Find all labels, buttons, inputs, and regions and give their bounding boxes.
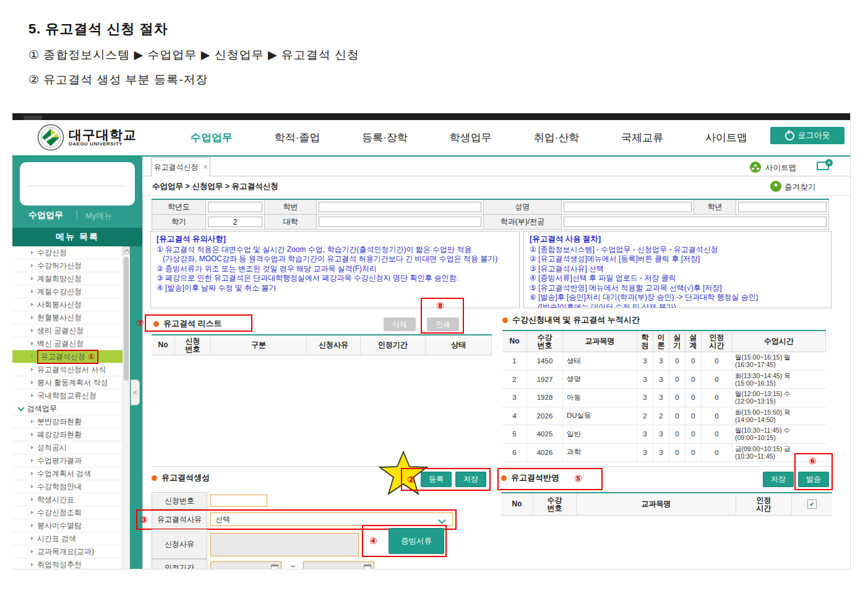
sidebar-menu-item[interactable]: 시간표 검색 [12,532,130,545]
save-apply-button[interactable]: 저장 [763,472,794,487]
calendar-icon[interactable] [364,564,371,569]
reason-type-value: 선택 [215,514,230,525]
send-button[interactable]: 발송 [798,472,829,487]
reason-textarea[interactable] [210,533,359,556]
sidebar-menu-item-label: 교과목개요(교과) [37,547,94,557]
sidebar-menu-item[interactable]: 수강신청 [12,246,130,259]
tab-label: 유고결석신청 [153,162,198,173]
top-nav-item[interactable]: 국제교류 [621,131,663,145]
sidebar-menu-item[interactable]: 생리 공결신청 [12,324,130,337]
sidebar-collapse-handle[interactable]: < [131,379,140,405]
sidebar-menu-item[interactable]: 교과목개요(교과) [12,545,130,558]
sidebar-menu-item[interactable]: 성적공시 [12,441,130,454]
delete-button[interactable]: 삭제 [384,318,416,331]
sidebar-menu-item[interactable]: 수강신청조회 [12,506,130,519]
sidebar-menu-item[interactable]: 분반강좌현황 [12,415,130,428]
column-header: 교과목명 [563,331,637,352]
chevron-icon [31,459,33,462]
apply-no-input[interactable] [210,495,267,507]
sidebar-menu-item[interactable]: 폐강강좌현황 [12,428,130,441]
notice-line: ② 증빙서류가 위조 또는 변조된 것일 경우 해당 교과목 실격(F)처리 [157,264,513,274]
tab-close-icon[interactable]: × [203,163,207,171]
period-start-input[interactable] [210,561,281,569]
column-header: 구분 [211,335,307,355]
sidebar-menu-item[interactable]: 국내학점교류신청 [12,389,130,402]
annotation-number-8: ⑧ [436,300,444,311]
sidebar-menu-item[interactable]: 수업평가결과 [12,454,130,467]
select-all-checkbox[interactable]: ✔ [807,499,817,509]
favorite-link[interactable]: 즐겨찾기 [784,182,815,192]
sidebar-menu-item[interactable]: 계절수강신청 [12,285,130,298]
evidence-button[interactable]: 증빙서류 [389,528,444,554]
cell-credit: 3 [637,425,653,443]
annotation-number-3: ③ [140,514,148,525]
annotation-number-6: ⑥ [809,456,817,467]
sidebar-menu-item[interactable]: 유고결석신청 ① [12,350,130,363]
section-bullet-icon [153,321,159,327]
sidebar-menu-item[interactable]: 취업적성추천 [12,558,130,569]
cell-practice: 0 [669,407,685,425]
sidebar-menu-item[interactable]: 봉사이수열람 [12,519,130,532]
apply-table-header: No 수강 번호 교과목명 인정 시간 ✔ [501,492,832,516]
sidebar-menu-item[interactable]: 계절희망신청 [12,272,130,285]
student-id-label: 학번 [265,200,317,215]
cell-course-name: 일반 [563,425,637,443]
top-nav-item[interactable]: 학적·졸업 [275,131,320,145]
period-end-input[interactable] [303,561,374,569]
sidebar-menu-item[interactable]: 봉사 활동계획서 작성 [12,376,130,389]
sidebar-menu-list: 수강신청 수강허가신청 계절희망신청 [12,246,130,569]
sidebar-menu-item[interactable]: 검색업무 [12,402,130,415]
cell-no: 1 [502,352,527,370]
sidebar-menu-item[interactable]: 사회봉사신청 [12,298,130,311]
sitemap-link[interactable]: 사이트맵 [765,163,796,173]
sidebar-menu-item[interactable]: 헌혈봉사신청 [12,311,130,324]
sidebar-tab-classwork[interactable]: 수업업무 [28,210,63,221]
sidebar-menu-item[interactable]: 수강허가신청 [12,259,130,272]
window-close-x-icon[interactable]: × [825,159,833,166]
cell-practice: 0 [669,425,685,443]
save-create-button[interactable]: 저장 [455,472,486,487]
college-label: 대학 [265,215,317,230]
student-id-input[interactable] [319,202,481,212]
grade-input[interactable] [738,202,827,212]
sidebar-menu-item[interactable]: 수강학점안내 [12,480,130,493]
college-input[interactable] [319,217,481,227]
sidebar-tab-mymenu[interactable]: My메뉴 [85,210,112,222]
cell-credit: 3 [637,444,653,462]
chevron-icon [31,498,33,501]
notice-line: ③ 폐강으로 인한 유고결석은 단과대학행정실에서 폐강과목 수강신청자 명단 … [157,274,513,283]
top-nav-item[interactable]: 등록·장학 [362,131,408,145]
top-nav-item[interactable]: 취업·산학 [534,131,580,145]
top-nav-item[interactable]: 사이트맵 [705,131,747,145]
favorite-star-icon[interactable]: ★ [770,181,781,194]
reason-type-label: 유고결석사유 [152,509,207,529]
semester-input[interactable] [208,217,262,227]
column-header: 수강 번호 [533,493,577,515]
sidebar-menu-item[interactable]: 백신 공결신청 [12,337,130,350]
calendar-icon[interactable] [271,564,278,569]
top-nav-item[interactable]: 수업업무 [191,131,233,145]
chevron-icon [31,251,33,254]
year-input[interactable] [208,202,262,212]
reason-type-select[interactable]: 선택 [210,512,453,526]
column-header: 이 론 [653,331,669,352]
sidebar-scrollbar-thumb[interactable] [124,257,129,381]
sitemap-icon[interactable] [750,162,761,175]
column-header: 실 기 [669,331,685,352]
sidebar-menu-item[interactable]: 학생시간표 [12,493,130,506]
name-input[interactable] [564,202,692,212]
register-button[interactable]: 등록 [421,472,452,487]
logout-button[interactable]: 로그아웃 [770,127,844,144]
sidebar-menu-item[interactable]: 유고결석신청서 서식 [12,363,130,376]
tab-absence-application[interactable]: 유고결석신청 × [151,157,210,176]
cell-class-time: 월(15:00~16:15) 월(16:30~17:45) [733,352,826,370]
sidebar-menu-item[interactable]: 수업계획서 검색 [12,467,130,480]
column-header: 인정기간 [361,335,426,355]
annotation-number-2: ② [407,474,415,485]
name-label: 성명 [484,200,562,215]
scrollbar-up-arrow-icon[interactable] [122,246,130,254]
print-button[interactable]: 인쇄 [427,318,459,331]
cell-practice: 0 [669,352,685,370]
top-nav-item[interactable]: 학생업무 [450,131,492,145]
dept-input[interactable] [564,217,827,227]
